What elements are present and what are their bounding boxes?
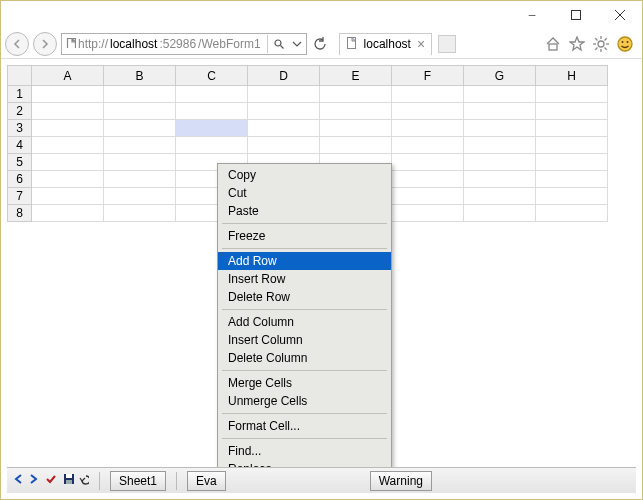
cell[interactable] [32,120,104,137]
new-tab-button[interactable] [438,35,456,53]
col-header[interactable]: C [176,66,248,86]
row-header[interactable]: 1 [8,86,32,103]
cell[interactable] [392,188,464,205]
cell[interactable] [104,137,176,154]
cell[interactable] [32,205,104,222]
context-menu-item[interactable]: Delete Row [218,288,391,306]
cell[interactable] [104,120,176,137]
address-bar[interactable]: http://localhost:52986/WebForm1 [61,33,307,55]
cell[interactable] [104,171,176,188]
cell[interactable] [392,86,464,103]
home-button[interactable] [544,35,562,53]
context-menu-item[interactable]: Add Column [218,313,391,331]
row-header[interactable]: 2 [8,103,32,120]
cell[interactable] [392,154,464,171]
cell[interactable] [176,103,248,120]
row-header[interactable]: 7 [8,188,32,205]
cell[interactable] [104,188,176,205]
next-sheet-button[interactable] [27,473,39,488]
cell[interactable] [392,171,464,188]
forward-button[interactable] [33,32,57,56]
context-menu-item[interactable]: Merge Cells [218,374,391,392]
cell[interactable] [464,103,536,120]
warning-button[interactable]: Warning [370,471,432,491]
search-button[interactable] [270,39,288,49]
col-header[interactable]: B [104,66,176,86]
sheet-tab[interactable]: Sheet1 [110,471,166,491]
close-button[interactable] [598,1,642,29]
cell[interactable] [464,137,536,154]
cell[interactable] [464,154,536,171]
evaluate-button[interactable]: Eva [187,471,226,491]
settings-button[interactable] [592,35,610,53]
favorites-button[interactable] [568,35,586,53]
cell[interactable] [536,86,608,103]
prev-sheet-button[interactable] [13,473,25,488]
context-menu-item[interactable]: Unmerge Cells [218,392,391,410]
cell[interactable] [464,205,536,222]
context-menu-item[interactable]: Insert Column [218,331,391,349]
cell[interactable] [320,103,392,120]
context-menu-item[interactable]: Freeze [218,227,391,245]
cell[interactable] [464,120,536,137]
cell[interactable] [536,120,608,137]
cell[interactable] [392,205,464,222]
cell[interactable] [104,205,176,222]
cell[interactable] [536,137,608,154]
undo-button[interactable] [77,473,89,488]
context-menu-item[interactable]: Format Cell... [218,417,391,435]
tab-close-button[interactable]: × [417,37,425,51]
cell[interactable] [248,103,320,120]
cell[interactable] [464,171,536,188]
cell[interactable] [248,86,320,103]
browser-tab[interactable]: localhost × [339,33,433,55]
cell[interactable] [32,86,104,103]
cell[interactable] [32,188,104,205]
row-header[interactable]: 6 [8,171,32,188]
cell[interactable] [32,103,104,120]
minimize-button[interactable]: – [510,1,554,29]
context-menu-item[interactable]: Insert Row [218,270,391,288]
save-button[interactable] [63,473,75,488]
back-button[interactable] [5,32,29,56]
cell[interactable] [176,86,248,103]
row-header[interactable]: 8 [8,205,32,222]
row-header[interactable]: 3 [8,120,32,137]
accept-button[interactable] [45,473,57,488]
cell[interactable] [536,103,608,120]
context-menu-item[interactable]: Paste [218,202,391,220]
cell[interactable] [536,171,608,188]
context-menu-item[interactable]: Copy [218,166,391,184]
cell[interactable] [320,137,392,154]
cell[interactable] [104,154,176,171]
cell[interactable] [536,154,608,171]
maximize-button[interactable] [554,1,598,29]
cell[interactable] [392,103,464,120]
cell[interactable] [32,171,104,188]
cell[interactable] [392,120,464,137]
col-header[interactable]: D [248,66,320,86]
cell[interactable] [248,120,320,137]
cell[interactable] [176,137,248,154]
row-header[interactable]: 4 [8,137,32,154]
context-menu-item[interactable]: Add Row [218,252,391,270]
cell-selected[interactable] [176,120,248,137]
cell[interactable] [464,86,536,103]
smiley-button[interactable] [616,35,634,53]
context-menu-item[interactable]: Find... [218,442,391,460]
context-menu-item[interactable]: Cut [218,184,391,202]
col-header[interactable]: E [320,66,392,86]
cell[interactable] [536,188,608,205]
cell[interactable] [536,205,608,222]
cell[interactable] [464,188,536,205]
cell[interactable] [320,86,392,103]
col-header[interactable]: A [32,66,104,86]
cell[interactable] [104,86,176,103]
row-header[interactable]: 5 [8,154,32,171]
col-header[interactable]: H [536,66,608,86]
cell[interactable] [248,137,320,154]
cell[interactable] [320,120,392,137]
cell[interactable] [392,137,464,154]
address-dropdown[interactable] [288,39,306,49]
select-all-corner[interactable] [8,66,32,86]
